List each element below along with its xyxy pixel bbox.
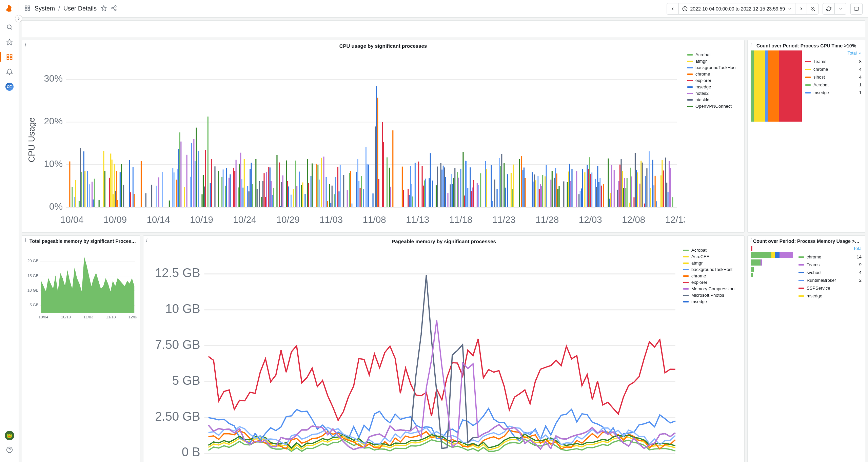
view-mode-group	[850, 3, 863, 15]
legend-item[interactable]: chrome14	[798, 253, 862, 261]
total-mem-chart[interactable]: 5 GB 10 GB 15 GB 20 GB 10/0410/1911/0311…	[25, 246, 137, 321]
legend-item[interactable]: msedge	[798, 292, 862, 300]
svg-text:10%: 10%	[44, 159, 63, 169]
time-range-display[interactable]: 2022-10-04 00:00:00 to 2022-12-15 23:59:…	[678, 3, 795, 14]
svg-rect-73	[172, 168, 173, 207]
cpu-count-stacked-bar[interactable]	[751, 50, 802, 122]
panel-title[interactable]: Count over Period: Process CPU Time >10%	[751, 43, 862, 48]
legend-item[interactable]: Teams8	[805, 58, 862, 65]
legend-item[interactable]: Teams9	[798, 261, 862, 269]
svg-rect-231	[477, 183, 478, 207]
breadcrumb-folder[interactable]: System	[35, 5, 55, 12]
legend-item[interactable]: OpenVPNConnect	[687, 104, 741, 109]
svg-rect-319	[642, 163, 643, 207]
svg-rect-279	[578, 194, 579, 207]
info-icon[interactable]: i	[750, 42, 752, 48]
svg-rect-249	[519, 159, 520, 207]
svg-rect-112	[247, 186, 248, 207]
svg-rect-163	[338, 191, 339, 207]
svg-text:11/18: 11/18	[449, 214, 473, 225]
breadcrumb-page[interactable]: User Details	[63, 5, 97, 12]
star-dashboard-button[interactable]	[101, 5, 107, 12]
svg-rect-276	[570, 181, 571, 207]
grafana-logo[interactable]	[3, 3, 16, 15]
time-range-back-button[interactable]	[667, 3, 678, 14]
legend-item[interactable]: AcroCEF	[683, 254, 741, 259]
legend-item[interactable]: chrome	[687, 71, 741, 77]
svg-rect-237	[492, 201, 493, 207]
legend-item[interactable]: atmgr	[683, 260, 741, 266]
sidebar-alerting[interactable]	[3, 65, 16, 79]
svg-rect-356	[768, 50, 779, 122]
dashboards-icon[interactable]	[24, 5, 31, 12]
refresh-interval-dropdown[interactable]	[834, 3, 846, 14]
svg-rect-197	[415, 163, 416, 207]
legend-item[interactable]: svchost4	[798, 269, 862, 276]
share-dashboard-button[interactable]	[111, 5, 117, 12]
sidebar-plugin[interactable]: OE	[3, 80, 16, 93]
svg-rect-153	[321, 158, 322, 207]
svg-rect-244	[505, 188, 506, 207]
legend-item[interactable]: ntaskldr	[687, 97, 741, 102]
svg-rect-61	[123, 185, 124, 207]
legend-item[interactable]: msedge	[683, 299, 741, 304]
svg-rect-282	[582, 169, 583, 207]
svg-rect-215	[451, 174, 452, 207]
svg-rect-129	[273, 188, 274, 207]
mem-count-hbars[interactable]	[751, 246, 795, 320]
total-toggle[interactable]: Tota	[798, 246, 862, 251]
legend-item[interactable]: atmgr	[687, 59, 741, 64]
panel-title[interactable]: CPU usage by significant processes	[25, 43, 741, 49]
sidebar-help[interactable]	[3, 443, 16, 457]
svg-rect-264	[546, 165, 547, 207]
svg-rect-194	[410, 166, 411, 207]
legend-item[interactable]: Acrobat1	[805, 81, 862, 89]
legend-item[interactable]: backgroundTaskHost	[683, 267, 741, 272]
info-icon[interactable]: i	[25, 238, 26, 243]
legend-item[interactable]: chrome4	[805, 65, 862, 73]
mem-legend: AcrobatAcroCEFatmgrbackgroundTaskHostchr…	[683, 246, 741, 462]
svg-text:12/03: 12/03	[129, 315, 137, 319]
legend-item[interactable]: msedge1	[805, 89, 862, 97]
mem-chart[interactable]: 0 B 2.50 GB 5 GB 7.50 GB 10 GB 12.5 GB	[147, 246, 680, 462]
sidebar-dashboards[interactable]	[3, 50, 16, 64]
legend-item[interactable]: Acrobat	[683, 248, 741, 253]
svg-rect-239	[496, 189, 497, 207]
svg-text:0%: 0%	[49, 201, 63, 212]
info-icon[interactable]: i	[146, 238, 147, 243]
svg-rect-109	[241, 179, 242, 207]
svg-rect-121	[262, 181, 263, 207]
time-range-forward-button[interactable]	[795, 3, 807, 14]
legend-item[interactable]: explorer	[683, 280, 741, 285]
user-avatar[interactable]: 🐸	[5, 431, 14, 440]
time-range-zoom-out-button[interactable]	[807, 3, 818, 14]
sidebar-search[interactable]	[3, 20, 16, 34]
legend-item[interactable]: msedge	[687, 84, 741, 89]
svg-rect-248	[513, 165, 514, 207]
sidebar-starred[interactable]	[3, 35, 16, 49]
svg-rect-124	[266, 172, 267, 207]
legend-item[interactable]: Microsoft.Photos	[683, 293, 741, 298]
refresh-button[interactable]	[823, 3, 834, 14]
panel-title[interactable]: Total pageable memory by significant Pro…	[25, 238, 137, 244]
legend-item[interactable]: SSPService	[798, 284, 862, 292]
panel-title[interactable]: Pageable memory by significant processes	[147, 238, 741, 244]
cpu-count-legend: Total Teams8chrome4sihost4Acrobat1msedge…	[805, 50, 862, 122]
info-icon[interactable]: i	[25, 42, 26, 48]
legend-item[interactable]: explorer	[687, 78, 741, 83]
info-icon[interactable]: i	[750, 238, 752, 243]
legend-item[interactable]: Acrobat	[687, 52, 741, 57]
legend-item[interactable]: RuntimeBroker2	[798, 276, 862, 284]
legend-item[interactable]: chrome	[683, 273, 741, 278]
legend-item[interactable]: Memory Compression	[683, 286, 741, 291]
panel-title[interactable]: Count over Period: Process Memory Usage …	[751, 238, 862, 244]
legend-item[interactable]: notes2	[687, 91, 741, 96]
svg-rect-89	[203, 175, 204, 207]
sidebar-expand-toggle[interactable]	[15, 15, 22, 22]
cpu-usage-chart[interactable]: CPU Usage 0% 10% 20% 30%	[25, 51, 685, 229]
total-toggle[interactable]: Total	[805, 50, 862, 56]
svg-rect-139	[293, 189, 294, 207]
legend-item[interactable]: backgroundTaskHost	[687, 65, 741, 70]
tv-mode-button[interactable]	[851, 3, 862, 14]
legend-item[interactable]: sihost4	[805, 73, 862, 81]
